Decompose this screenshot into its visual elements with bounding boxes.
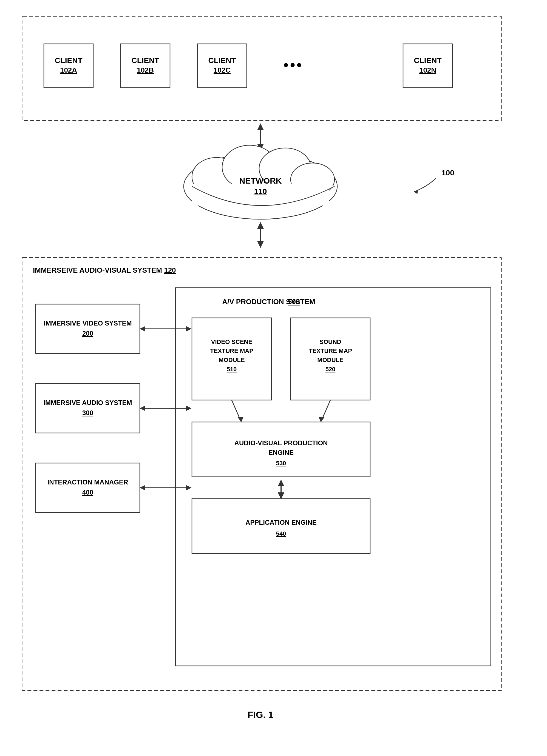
svg-text:IMMERSIVE VIDEO SYSTEM: IMMERSIVE VIDEO SYSTEM — [44, 319, 132, 327]
svg-text:VIDEO SCENE: VIDEO SCENE — [211, 338, 252, 345]
svg-marker-16 — [257, 144, 264, 151]
svg-text:102N: 102N — [419, 66, 436, 74]
svg-rect-30 — [22, 258, 502, 691]
svg-text:500: 500 — [288, 298, 300, 306]
svg-marker-29 — [257, 241, 264, 248]
svg-text:102B: 102B — [137, 66, 154, 74]
svg-point-19 — [222, 145, 277, 189]
svg-marker-73 — [140, 406, 145, 411]
svg-text:CLIENT: CLIENT — [208, 56, 236, 65]
svg-marker-64 — [319, 417, 325, 422]
svg-rect-58 — [192, 499, 370, 554]
svg-marker-65 — [278, 480, 284, 486]
svg-rect-54 — [192, 422, 370, 477]
svg-marker-72 — [186, 406, 191, 411]
svg-text:AUDIO-VISUAL PRODUCTION: AUDIO-VISUAL PRODUCTION — [234, 439, 328, 447]
svg-marker-76 — [186, 485, 191, 490]
svg-text:400: 400 — [82, 489, 93, 496]
svg-rect-22 — [192, 184, 329, 206]
svg-point-21 — [291, 163, 335, 196]
svg-rect-44 — [192, 318, 271, 400]
svg-text:540: 540 — [276, 530, 286, 537]
svg-rect-41 — [175, 288, 491, 666]
diagram-container: CLIENT 102A CLIENT 102B CLIENT 102C ••• … — [22, 16, 524, 729]
svg-marker-62 — [237, 417, 243, 422]
svg-text:INTERACTION MANAGER: INTERACTION MANAGER — [47, 478, 128, 486]
svg-text:CLIENT: CLIENT — [131, 56, 159, 65]
svg-rect-32 — [36, 304, 140, 353]
svg-rect-11 — [403, 44, 452, 88]
svg-rect-35 — [36, 384, 140, 433]
svg-text:MODULE: MODULE — [317, 356, 343, 363]
diagram-svg: CLIENT 102A CLIENT 102B CLIENT 102C ••• … — [22, 16, 524, 729]
svg-text:TEXTURE MAP: TEXTURE MAP — [309, 347, 352, 354]
svg-marker-69 — [186, 326, 191, 332]
svg-text:CLIENT: CLIENT — [414, 56, 442, 65]
svg-rect-0 — [22, 16, 502, 121]
svg-text:MODULE: MODULE — [218, 356, 244, 363]
svg-marker-14 — [257, 123, 264, 130]
svg-text:300: 300 — [82, 409, 93, 416]
svg-point-17 — [184, 153, 337, 219]
svg-rect-4 — [121, 44, 170, 88]
svg-text:110: 110 — [254, 187, 267, 196]
svg-text:ENGINE: ENGINE — [268, 449, 294, 456]
svg-marker-70 — [140, 326, 145, 332]
svg-text:•••: ••• — [284, 57, 304, 73]
svg-text:100: 100 — [442, 169, 454, 177]
svg-text:NETWORK: NETWORK — [239, 176, 282, 185]
svg-text:TEXTURE MAP: TEXTURE MAP — [210, 347, 253, 354]
svg-point-18 — [192, 158, 241, 196]
svg-rect-7 — [197, 44, 247, 88]
svg-rect-1 — [44, 44, 93, 88]
svg-text:200: 200 — [82, 330, 93, 337]
svg-rect-49 — [291, 318, 370, 400]
svg-text:SOUND: SOUND — [320, 338, 341, 345]
svg-text:520: 520 — [326, 366, 336, 373]
svg-marker-26 — [414, 190, 418, 194]
svg-text:510: 510 — [227, 366, 237, 373]
svg-point-20 — [259, 148, 311, 189]
svg-text:APPLICATION ENGINE: APPLICATION ENGINE — [245, 519, 317, 526]
svg-text:CLIENT: CLIENT — [55, 56, 82, 65]
svg-rect-38 — [36, 463, 140, 512]
svg-text:102A: 102A — [60, 66, 77, 74]
svg-text:530: 530 — [276, 460, 286, 467]
svg-marker-67 — [278, 492, 284, 499]
svg-line-61 — [232, 400, 241, 422]
svg-marker-77 — [140, 485, 145, 490]
svg-text:102C: 102C — [213, 66, 230, 74]
svg-text:IMMERSEIVE AUDIO-VISUAL SYSTEM: IMMERSEIVE AUDIO-VISUAL SYSTEM 120 — [33, 266, 176, 274]
svg-text:IMMERSIVE AUDIO SYSTEM: IMMERSIVE AUDIO SYSTEM — [43, 399, 132, 406]
svg-marker-27 — [257, 222, 264, 229]
svg-line-63 — [321, 400, 331, 422]
svg-text:FIG. 1: FIG. 1 — [247, 709, 274, 720]
svg-text:A/V PRODUCTION SYSTEM: A/V PRODUCTION SYSTEM — [222, 298, 315, 306]
